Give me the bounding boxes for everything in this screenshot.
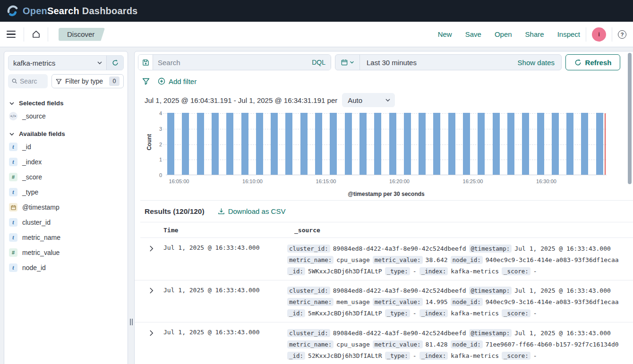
- histogram-bar[interactable]: [566, 113, 573, 175]
- field-key-badge: @timestamp:: [469, 329, 512, 337]
- histogram-bar[interactable]: [285, 113, 292, 175]
- field-value: mem_usage: [336, 298, 369, 305]
- histogram-bar[interactable]: [359, 113, 367, 175]
- histogram-bar[interactable]: [241, 113, 248, 175]
- field-item-index[interactable]: t_index: [8, 154, 124, 169]
- field-value: 52KxxJcBDj6h3DfIALtR: [308, 352, 382, 359]
- plot-area[interactable]: [166, 113, 607, 175]
- refresh-label: Refresh: [585, 59, 612, 67]
- histogram-bar[interactable]: [374, 113, 381, 175]
- histogram-bar[interactable]: [433, 113, 440, 175]
- expand-row-button[interactable]: [149, 244, 156, 253]
- home-icon[interactable]: [30, 28, 42, 41]
- field-name: cluster_id: [22, 219, 51, 226]
- field-item-score[interactable]: #_score: [8, 169, 124, 185]
- histogram-bar[interactable]: [330, 113, 337, 175]
- histogram-bar[interactable]: [552, 113, 559, 175]
- time-range-value[interactable]: Last 30 minutes: [360, 59, 518, 67]
- string-field-icon: t: [9, 158, 17, 166]
- refresh-button[interactable]: Refresh: [565, 54, 620, 70]
- interval-select[interactable]: Auto: [342, 93, 395, 107]
- field-key-badge: metric_value:: [373, 298, 423, 306]
- histogram-bar[interactable]: [581, 113, 588, 175]
- field-item-@timestamp[interactable]: @timestamp: [8, 200, 124, 215]
- expand-row-button[interactable]: [149, 287, 156, 295]
- histogram-bar[interactable]: [197, 113, 204, 175]
- histogram-bar[interactable]: [182, 113, 189, 175]
- field-item-source[interactable]: </>_source: [8, 109, 124, 124]
- string-field-icon: t: [9, 263, 17, 272]
- field-item-metric_name[interactable]: tmetric_name: [8, 230, 124, 245]
- histogram-bar[interactable]: [345, 113, 352, 175]
- expand-row-button[interactable]: [149, 329, 156, 337]
- histogram-bar[interactable]: [537, 113, 544, 175]
- histogram-bar[interactable]: [478, 113, 485, 175]
- histogram-bar[interactable]: [167, 113, 174, 175]
- column-header-time[interactable]: Time: [163, 227, 294, 234]
- available-fields-list: t_idt_index#_scoret_type@timestamptclust…: [8, 139, 124, 275]
- nav-action-save[interactable]: Save: [465, 30, 481, 38]
- source-line: _id:5mKxxJcBDj6h3DfIALtP_type:-_index:ka…: [287, 308, 619, 319]
- field-search[interactable]: [8, 74, 48, 88]
- histogram-bar[interactable]: [226, 113, 233, 175]
- opensearch-logo[interactable]: OpenSearchDashboards: [7, 5, 137, 17]
- field-value: -: [413, 268, 417, 275]
- field-item-id[interactable]: t_id: [8, 139, 124, 154]
- available-fields-toggle[interactable]: Available fields: [9, 130, 124, 137]
- histogram-bar[interactable]: [300, 113, 308, 175]
- histogram-bar[interactable]: [596, 113, 603, 175]
- funnel-icon[interactable]: [142, 77, 150, 85]
- date-field-icon: [9, 203, 17, 212]
- nav-action-share[interactable]: Share: [525, 30, 544, 38]
- app-header: OpenSearchDashboards: [0, 0, 633, 22]
- histogram-bar[interactable]: [448, 113, 455, 175]
- nav-action-open[interactable]: Open: [495, 30, 512, 38]
- breadcrumb-discover[interactable]: Discover: [59, 28, 105, 41]
- histogram-bar[interactable]: [419, 113, 426, 175]
- histogram-bar[interactable]: [463, 113, 470, 175]
- histogram-bar[interactable]: [404, 113, 411, 175]
- vertical-scrollbar[interactable]: [628, 53, 632, 184]
- help-icon[interactable]: ?: [618, 30, 626, 39]
- column-header-source[interactable]: _source: [294, 227, 320, 234]
- histogram-bar[interactable]: [315, 113, 322, 175]
- source-line: cluster_id:89084ed8-d422-4a3f-8e90-42c52…: [287, 327, 619, 339]
- histogram-bar[interactable]: [389, 113, 396, 175]
- histogram-range-label: Jul 1, 2025 @ 16:04:31.191 - Jul 1, 2025…: [145, 96, 337, 104]
- interval-selected-value: Auto: [348, 96, 362, 104]
- search-input[interactable]: [153, 59, 307, 67]
- histogram-bar[interactable]: [522, 113, 529, 175]
- histogram-bar[interactable]: [493, 113, 500, 175]
- field-item-metric_value[interactable]: #metric_value: [8, 245, 124, 260]
- download-csv-button[interactable]: Download as CSV: [218, 207, 286, 215]
- sidebar-resize-handle[interactable]: [128, 318, 134, 326]
- index-refresh-button[interactable]: [106, 56, 123, 70]
- field-item-node_id[interactable]: tnode_id: [8, 260, 124, 275]
- save-query-button[interactable]: [138, 55, 153, 70]
- y-tick-label: 0: [143, 172, 162, 178]
- field-key-badge: _id:: [287, 352, 305, 360]
- field-item-type[interactable]: t_type: [8, 185, 124, 200]
- x-tick-label: 16:30:00: [530, 178, 563, 184]
- nav-action-inspect[interactable]: Inspect: [557, 30, 580, 38]
- histogram-bar[interactable]: [256, 113, 263, 175]
- add-filter-button[interactable]: Add filter: [158, 77, 197, 85]
- selected-fields-list: </>_source: [8, 109, 124, 124]
- show-dates-button[interactable]: Show dates: [518, 59, 561, 67]
- field-value: 5mKxxJcBDj6h3DfIALtP: [308, 310, 382, 317]
- avatar[interactable]: i: [592, 27, 606, 42]
- selected-fields-toggle[interactable]: Selected fields: [9, 100, 124, 107]
- field-item-cluster_id[interactable]: tcluster_id: [8, 215, 124, 230]
- number-field-icon: #: [9, 248, 17, 257]
- filter-by-type-button[interactable]: Filter by type 0: [51, 74, 124, 88]
- date-picker-quick-menu[interactable]: [335, 55, 360, 70]
- source-line: cluster_id:89084ed8-d422-4a3f-8e90-42c52…: [287, 243, 619, 254]
- histogram-bar[interactable]: [212, 113, 219, 175]
- index-pattern-selector[interactable]: kafka-metrics: [8, 55, 124, 70]
- histogram-bar[interactable]: [507, 113, 514, 175]
- menu-icon[interactable]: [7, 29, 18, 40]
- nav-action-new[interactable]: New: [438, 30, 452, 38]
- field-search-input[interactable]: [20, 77, 44, 85]
- histogram-bar[interactable]: [271, 113, 278, 175]
- query-language-button[interactable]: DQL: [307, 59, 331, 66]
